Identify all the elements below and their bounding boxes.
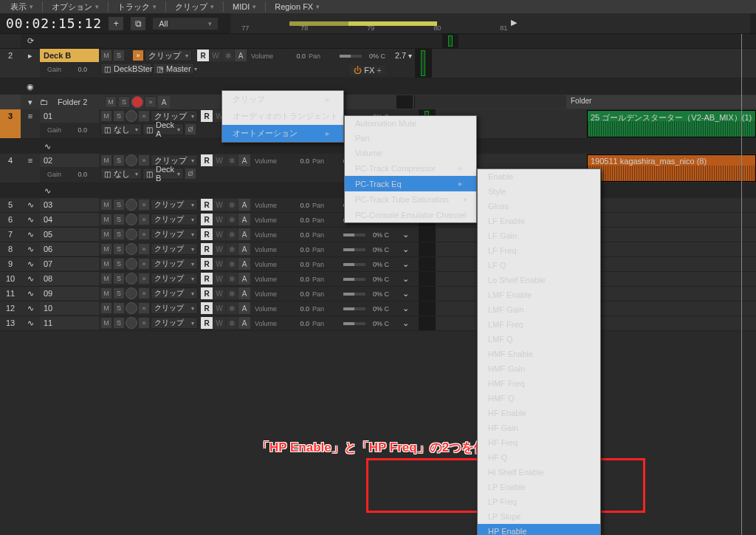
solo-button[interactable]: S bbox=[113, 243, 125, 255]
track-name[interactable]: 04 bbox=[40, 213, 99, 226]
track-name[interactable]: 05 bbox=[40, 228, 99, 241]
read-button[interactable]: R bbox=[201, 302, 213, 314]
menu-item[interactable]: LMF Enable bbox=[478, 287, 600, 302]
archive-button[interactable]: A bbox=[238, 317, 250, 329]
menu-item[interactable]: Automation Mute bbox=[345, 116, 476, 131]
read-button[interactable]: R bbox=[201, 287, 213, 299]
track-name[interactable]: 06 bbox=[40, 242, 99, 256]
record-button[interactable] bbox=[126, 302, 137, 314]
clip-dropdown[interactable]: クリップ▾ bbox=[151, 317, 198, 329]
solo-button[interactable]: S bbox=[113, 199, 125, 211]
menu-item[interactable]: HMF Enable bbox=[478, 347, 600, 361]
menu-item[interactable]: クリップ▸ bbox=[222, 91, 343, 108]
mute-button[interactable]: M bbox=[100, 50, 112, 61]
menu-item[interactable]: Gloss bbox=[478, 199, 600, 214]
archive-button[interactable]: A bbox=[238, 214, 250, 225]
fx-star-button[interactable]: ✻ bbox=[222, 50, 234, 61]
input-echo-button[interactable]: » bbox=[138, 110, 150, 122]
fx-star-button[interactable]: ✻ bbox=[226, 273, 238, 284]
input-echo-button[interactable]: » bbox=[138, 199, 150, 211]
record-button[interactable] bbox=[126, 154, 137, 166]
record-button[interactable] bbox=[126, 243, 137, 255]
solo-button[interactable]: S bbox=[113, 258, 125, 270]
expand-chevron[interactable]: ⌄ bbox=[392, 242, 419, 256]
menu-item[interactable]: LP Slope bbox=[478, 509, 600, 524]
read-button[interactable]: R bbox=[201, 154, 213, 166]
track-number[interactable]: 10 bbox=[0, 272, 21, 286]
loop-icon[interactable]: ◉ bbox=[21, 78, 40, 95]
write-button[interactable]: W bbox=[213, 214, 225, 225]
read-button[interactable]: R bbox=[201, 214, 213, 225]
expand-chevron[interactable]: ⌄ bbox=[392, 228, 419, 242]
record-button[interactable] bbox=[131, 96, 143, 108]
menu-regionfx[interactable]: Region FX▾ bbox=[269, 1, 326, 12]
track-number[interactable]: 6 bbox=[0, 213, 21, 227]
power-icon[interactable]: ⏻ bbox=[354, 66, 362, 75]
track-number[interactable]: 3 bbox=[0, 109, 21, 138]
phase-button[interactable]: Ø bbox=[185, 123, 196, 135]
menu-item[interactable]: LP Freq bbox=[478, 494, 600, 509]
fx-star-button[interactable]: ✻ bbox=[226, 287, 238, 299]
track-name[interactable]: Deck B bbox=[40, 49, 99, 62]
menu-item[interactable]: HF Freq bbox=[478, 435, 600, 450]
waveform-icon[interactable]: ∿ bbox=[21, 287, 40, 301]
track-name[interactable]: 10 bbox=[40, 301, 99, 315]
write-button[interactable]: W bbox=[210, 50, 221, 61]
fx-star-button[interactable]: ✻ bbox=[226, 154, 238, 166]
write-button[interactable]: W bbox=[213, 273, 225, 284]
mute-button[interactable]: M bbox=[100, 258, 112, 270]
folder-collapse-icon[interactable]: ▾ bbox=[22, 98, 38, 107]
input-echo-button[interactable]: » bbox=[138, 228, 150, 240]
track-name[interactable]: 09 bbox=[40, 287, 99, 300]
mute-button[interactable]: M bbox=[100, 273, 112, 284]
wave-icon[interactable]: ∿ bbox=[40, 183, 55, 198]
menu-item[interactable]: HMF Gain bbox=[478, 361, 600, 376]
waveform-icon[interactable]: ∿ bbox=[21, 242, 40, 256]
archive-button[interactable]: A bbox=[238, 258, 250, 270]
clip-dropdown[interactable]: クリップ▾ bbox=[145, 50, 192, 61]
track-number[interactable]: 9 bbox=[0, 257, 21, 271]
menu-item[interactable]: LMF Q bbox=[478, 332, 600, 347]
expand-chevron[interactable]: ⌄ bbox=[392, 287, 419, 301]
input-echo-button[interactable]: » bbox=[138, 317, 150, 329]
solo-button[interactable]: S bbox=[118, 96, 130, 108]
fx-star-button[interactable]: ✻ bbox=[226, 214, 238, 225]
fx-star-button[interactable]: ✻ bbox=[226, 199, 238, 211]
archive-button[interactable]: A bbox=[158, 96, 170, 108]
fx-star-button[interactable]: ✻ bbox=[226, 258, 238, 270]
menu-item[interactable]: Hi Shelf Enable bbox=[478, 465, 600, 480]
menu-item[interactable]: HMF Freq bbox=[478, 376, 600, 391]
input-dropdown[interactable]: ◫なし▾ bbox=[100, 123, 142, 135]
menu-item[interactable]: LF Freq bbox=[478, 243, 600, 258]
read-button[interactable]: R bbox=[201, 228, 213, 240]
record-button[interactable] bbox=[126, 214, 137, 225]
input-echo-button[interactable]: » bbox=[132, 50, 144, 61]
menu-item[interactable]: オートメーション▸ bbox=[222, 125, 343, 142]
input-echo-button[interactable]: » bbox=[138, 154, 150, 166]
audio-clip[interactable]: 190511 kagashira_mas_nico (8) bbox=[587, 154, 756, 182]
solo-button[interactable]: S bbox=[113, 273, 125, 284]
mute-button[interactable]: M bbox=[100, 110, 112, 122]
phase-button[interactable]: Ø bbox=[185, 168, 196, 180]
read-button[interactable]: R bbox=[201, 110, 213, 122]
menu-item[interactable]: HF Enable bbox=[478, 406, 600, 420]
archive-button[interactable]: A bbox=[238, 228, 250, 240]
input-echo-button[interactable]: » bbox=[138, 214, 150, 225]
clip-dropdown[interactable]: クリップ▾ bbox=[151, 273, 198, 284]
mute-button[interactable]: M bbox=[100, 199, 112, 211]
clip-dropdown[interactable]: クリップ▾ bbox=[151, 228, 198, 240]
waveform-icon[interactable]: ∿ bbox=[21, 213, 40, 227]
input-dropdown[interactable]: ◫なし▾ bbox=[100, 168, 142, 180]
solo-button[interactable]: S bbox=[113, 317, 125, 329]
track-number[interactable]: 4 bbox=[0, 154, 21, 183]
menu-item[interactable]: LMF Gain bbox=[478, 302, 600, 317]
folder-name[interactable]: Folder 2 bbox=[56, 98, 103, 106]
output-dropdown[interactable]: ◫Deck B▾ bbox=[142, 168, 184, 180]
clip-dropdown[interactable]: クリップ▾ bbox=[151, 258, 198, 270]
menu-item[interactable]: Volume bbox=[345, 146, 476, 160]
clip-dropdown[interactable]: クリップ▾ bbox=[151, 302, 198, 314]
clip-dropdown[interactable]: クリップ▾ bbox=[151, 243, 198, 255]
write-button[interactable]: W bbox=[213, 154, 225, 166]
menu-clip[interactable]: クリップ▾ bbox=[169, 1, 220, 13]
track-name[interactable]: 01 bbox=[40, 109, 99, 123]
